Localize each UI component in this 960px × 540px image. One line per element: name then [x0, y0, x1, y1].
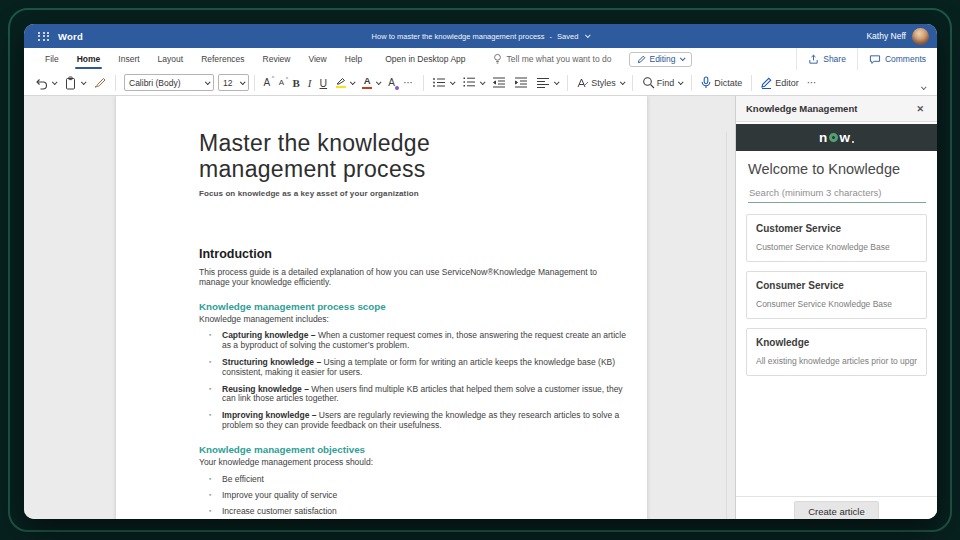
document-heading: Master the knowledge management process [199, 130, 611, 182]
italic-button[interactable]: I [304, 75, 315, 91]
font-color-button[interactable]: A [359, 74, 384, 91]
panel-header: Knowledge Management ✕ [736, 96, 937, 122]
card-subtitle: All existing knowledge articles prior to… [756, 356, 917, 366]
tab-home[interactable]: Home [68, 48, 110, 70]
underline-button[interactable]: U [316, 75, 331, 91]
document-title-bar[interactable]: How to master the knowledge management p… [372, 32, 590, 41]
tab-layout[interactable]: Layout [149, 48, 193, 70]
scope-bullet-list: Capturing knowledge – When a customer re… [199, 331, 611, 430]
bullet-list-button[interactable] [429, 74, 458, 91]
font-family-select[interactable]: Calibri (Body) [124, 74, 214, 91]
tab-file[interactable]: File [36, 48, 68, 70]
font-size-select[interactable]: 12 [218, 74, 249, 91]
open-in-desktop-button[interactable]: Open in Desktop App [385, 54, 465, 64]
app-launcher-waffle-icon[interactable] [38, 32, 50, 41]
chevron-down-icon[interactable] [585, 32, 591, 38]
app-name: Word [58, 31, 83, 42]
now-logo-n: n [819, 131, 828, 145]
list-item: Structuring knowledge – Using a template… [199, 358, 627, 378]
close-icon[interactable]: ✕ [913, 102, 927, 116]
microphone-icon [700, 76, 712, 89]
avatar[interactable] [912, 28, 929, 45]
tab-view[interactable]: View [299, 48, 335, 70]
collapse-ribbon-icon[interactable] [921, 84, 927, 90]
format-painter-button[interactable] [89, 74, 110, 91]
now-logo-trademark-dot [852, 141, 854, 143]
more-toolbar-options-button[interactable]: ⋯ [803, 75, 821, 90]
tell-me-search[interactable]: Tell me what you want to do [492, 53, 612, 65]
grow-font-button[interactable]: A^ [260, 75, 274, 90]
highlighter-icon [335, 77, 346, 89]
editor-button[interactable]: Editor [757, 75, 803, 91]
font-family-value: Calibri (Body) [129, 78, 181, 88]
knowledge-management-panel: Knowledge Management ✕ n w Welcome to Kn… [735, 96, 937, 519]
paintbrush-icon [93, 76, 107, 89]
decrease-indent-button[interactable] [489, 74, 510, 91]
knowledge-base-card-consumer-service[interactable]: Consumer Service Consumer Service Knowle… [746, 271, 927, 319]
chevron-down-icon [480, 79, 486, 85]
numbered-list-button[interactable] [459, 74, 488, 91]
tab-references[interactable]: References [192, 48, 253, 70]
alignment-button[interactable] [533, 74, 562, 91]
tab-review[interactable]: Review [254, 48, 300, 70]
share-button[interactable]: Share [796, 48, 857, 70]
toolbar-divider [567, 75, 568, 91]
search-icon [642, 76, 655, 89]
bullet-lead: Capturing knowledge – [222, 330, 318, 340]
bold-button[interactable]: B [289, 75, 303, 91]
dictate-button[interactable]: Dictate [697, 74, 746, 91]
tab-help[interactable]: Help [336, 48, 371, 70]
more-font-options-button[interactable]: ⋯ [400, 75, 418, 90]
bullet-list-icon [432, 76, 446, 89]
clipboard-icon [64, 76, 77, 90]
styles-button[interactable]: Styles [573, 75, 628, 91]
menu-bar: File Home Insert Layout References Revie… [24, 48, 937, 70]
knowledge-base-card-knowledge[interactable]: Knowledge All existing knowledge article… [746, 328, 927, 376]
title-bar: Word How to master the knowledge managem… [24, 24, 937, 48]
increase-indent-button[interactable] [511, 74, 532, 91]
account-area[interactable]: Kathy Neff [866, 28, 929, 45]
section-heading-scope: Knowledge management process scope [199, 301, 611, 312]
panel-welcome-heading: Welcome to Knowledge [736, 151, 937, 184]
comments-button[interactable]: Comments [857, 48, 937, 70]
toolbar-divider [751, 75, 752, 91]
chevron-down-icon [51, 79, 57, 85]
tab-insert[interactable]: Insert [109, 48, 148, 70]
card-subtitle: Customer Service Knowledge Base [756, 242, 917, 252]
grow-font-glyph: A [264, 77, 271, 88]
scope-intro-paragraph: Knowledge management includes: [199, 315, 615, 325]
objectives-bullet-list: Be efficient Improve your quality of ser… [199, 475, 611, 519]
knowledge-search-input[interactable] [748, 184, 926, 203]
document-canvas: Master the knowledge management process … [24, 96, 735, 519]
toolbar-divider [423, 75, 424, 91]
paste-button[interactable] [60, 74, 88, 92]
document-scrollbar[interactable] [726, 132, 731, 519]
document-page[interactable]: Master the knowledge management process … [116, 96, 647, 519]
content-area: Master the knowledge management process … [24, 96, 937, 519]
list-item: Improve your quality of service [199, 491, 627, 501]
bullet-lead: Structuring knowledge – [222, 357, 324, 367]
highlight-color-button[interactable] [332, 75, 358, 91]
panel-footer: Create article [736, 496, 937, 519]
card-title: Knowledge [756, 337, 917, 348]
comment-icon [869, 54, 881, 65]
editing-mode-button[interactable]: Editing [629, 52, 692, 67]
chevron-down-icon [376, 79, 382, 85]
indent-icon [514, 76, 528, 89]
shrink-font-button[interactable]: A^ [275, 76, 288, 89]
chevron-down-icon [350, 79, 356, 85]
list-item: Improving knowledge – Users are regularl… [199, 411, 627, 431]
card-title: Consumer Service [756, 280, 917, 291]
find-button[interactable]: Find [638, 74, 686, 91]
text-effects-button[interactable]: A [385, 75, 399, 90]
undo-button[interactable] [30, 74, 59, 92]
chevron-down-icon [678, 79, 684, 85]
create-article-button[interactable]: Create article [794, 501, 879, 519]
font-size-value: 12 [223, 78, 232, 88]
comments-label: Comments [885, 54, 926, 64]
knowledge-base-card-list: Customer Service Customer Service Knowle… [736, 203, 937, 376]
chevron-down-icon [205, 79, 211, 85]
section-heading-introduction: Introduction [199, 247, 611, 261]
knowledge-base-card-customer-service[interactable]: Customer Service Customer Service Knowle… [746, 214, 927, 262]
toolbar-divider [632, 75, 633, 91]
